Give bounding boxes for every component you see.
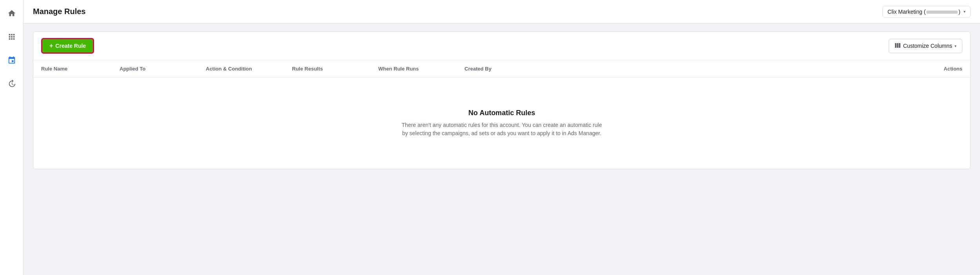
col-header-rule-results: Rule Results [292, 66, 378, 72]
sidebar-item-automation[interactable] [5, 53, 19, 67]
page-title: Manage Rules [33, 7, 85, 16]
col-header-applied-to: Applied To [120, 66, 206, 72]
chevron-down-icon: ▾ [964, 9, 965, 14]
svg-rect-0 [895, 43, 897, 48]
create-rule-label: Create Rule [55, 43, 86, 49]
create-rule-button[interactable]: + Create Rule [41, 38, 94, 54]
account-name: Clix Marketing () [887, 9, 960, 15]
col-header-rule-name: Rule Name [41, 66, 120, 72]
columns-icon [895, 42, 901, 50]
svg-rect-1 [897, 43, 898, 48]
plus-icon: + [49, 42, 53, 49]
col-header-action-condition: Action & Condition [206, 66, 292, 72]
col-header-created-by: Created By [465, 66, 543, 72]
empty-state-title: No Automatic Rules [468, 109, 535, 117]
empty-state-description: There aren't any automatic rules for thi… [400, 121, 604, 138]
sidebar-item-home[interactable] [5, 6, 19, 20]
sidebar-item-history[interactable] [5, 77, 19, 91]
col-header-actions: Actions [543, 66, 962, 72]
main-content: Manage Rules Clix Marketing () ▾ + Creat… [24, 0, 980, 275]
customize-columns-label: Customize Columns [903, 43, 952, 49]
customize-columns-button[interactable]: Customize Columns ▾ [889, 39, 962, 53]
sidebar-item-grid[interactable] [5, 30, 19, 44]
account-selector[interactable]: Clix Marketing () ▾ [882, 6, 971, 18]
sidebar [0, 0, 24, 275]
content-area: + Create Rule Customize Columns ▾ [24, 24, 980, 275]
svg-rect-2 [899, 43, 900, 48]
header: Manage Rules Clix Marketing () ▾ [24, 0, 980, 24]
toolbar: + Create Rule Customize Columns ▾ [33, 32, 970, 60]
col-header-when-rule-runs: When Rule Runs [378, 66, 465, 72]
empty-state: No Automatic Rules There aren't any auto… [33, 78, 970, 169]
table-header: Rule Name Applied To Action & Condition … [33, 60, 970, 78]
rules-card: + Create Rule Customize Columns ▾ [33, 31, 971, 169]
customize-chevron-icon: ▾ [955, 44, 956, 48]
